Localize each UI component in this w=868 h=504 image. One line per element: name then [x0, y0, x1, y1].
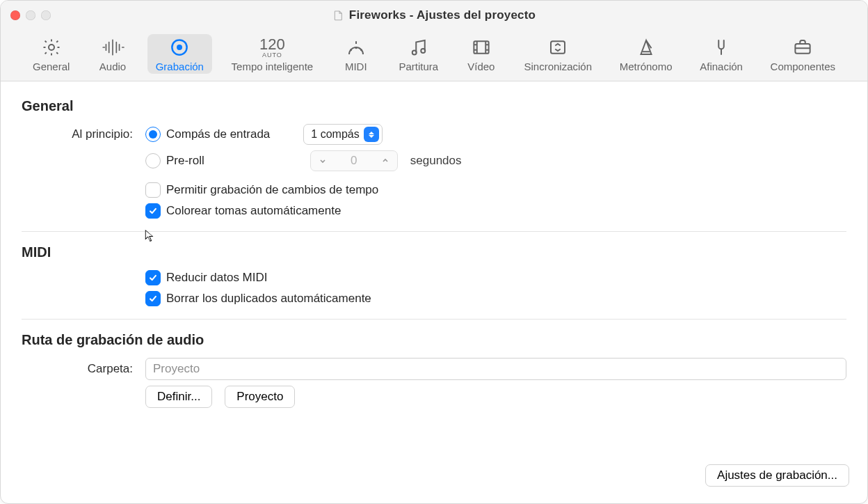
tab-label: Grabación — [156, 61, 204, 72]
waveform-icon — [101, 37, 124, 58]
allow-tempo-checkbox[interactable]: Permitir grabación de cambios de tempo — [145, 182, 378, 198]
radio-indicator — [145, 127, 161, 142]
titlebar: Fireworks - Ajustes del proyecto — [1, 1, 867, 30]
tab-video[interactable]: Vídeo — [458, 34, 505, 74]
radio-indicator — [145, 153, 161, 168]
gear-icon — [41, 37, 62, 58]
preroll-value: 0 — [335, 154, 373, 168]
preroll-seconds-stepper[interactable]: 0 — [310, 150, 398, 171]
toolbar: General Audio Grabación 120 AUTO Tempo i… — [1, 30, 867, 81]
filmstrip-icon — [471, 37, 492, 58]
svg-point-3 — [350, 49, 352, 51]
tab-midi[interactable]: MIDI — [332, 34, 380, 74]
use-project-folder-button[interactable]: Proyecto — [225, 386, 295, 408]
preroll-radio[interactable]: Pre-roll — [145, 153, 204, 168]
section-divider — [22, 319, 846, 320]
chevron-down-icon[interactable] — [311, 151, 335, 171]
window-controls — [10, 10, 51, 20]
svg-point-7 — [421, 49, 425, 53]
folder-path-value: Proyecto — [153, 362, 200, 376]
select-stepper-icon — [364, 127, 379, 142]
checkbox-indicator — [145, 270, 161, 285]
erase-duplicates-label: Borrar los duplicados automáticamente — [166, 292, 371, 306]
close-window-button[interactable] — [10, 10, 20, 20]
countin-bars-value: 1 compás — [311, 128, 359, 141]
tab-label: Sincronización — [524, 61, 592, 72]
checkbox-indicator — [145, 291, 161, 306]
set-folder-button-label: Definir... — [157, 390, 200, 404]
start-label: Al principio: — [22, 127, 133, 141]
tab-label: Tempo inteligente — [232, 61, 314, 72]
tempo-icon: 120 AUTO — [259, 37, 285, 58]
tab-label: Metrónomo — [620, 61, 673, 72]
tempo-auto: AUTO — [262, 52, 282, 58]
allow-tempo-label: Permitir grabación de cambios de tempo — [166, 183, 378, 197]
svg-point-5 — [360, 49, 362, 51]
tab-label: Vídeo — [467, 61, 495, 72]
tab-label: Partitura — [399, 61, 438, 72]
svg-point-0 — [49, 45, 54, 50]
folder-path-field[interactable]: Proyecto — [145, 358, 846, 380]
tuning-fork-icon — [711, 37, 732, 58]
sync-icon — [547, 37, 568, 58]
set-folder-button[interactable]: Definir... — [145, 386, 212, 408]
zoom-window-button[interactable] — [41, 10, 51, 20]
svg-point-6 — [412, 51, 417, 55]
section-heading-midi: MIDI — [22, 244, 846, 260]
checkbox-indicator — [145, 182, 161, 198]
countin-radio-label: Compás de entrada — [166, 127, 270, 141]
tab-label: MIDI — [345, 61, 367, 72]
midi-icon — [346, 37, 367, 58]
preroll-radio-label: Pre-roll — [166, 154, 204, 168]
window-title: Fireworks - Ajustes del proyecto — [349, 8, 536, 22]
tab-general[interactable]: General — [24, 34, 78, 74]
project-settings-window: Fireworks - Ajustes del proyecto General… — [0, 0, 868, 504]
music-note-icon — [408, 37, 429, 58]
chevron-up-icon[interactable] — [373, 151, 397, 171]
section-heading-general: General — [22, 98, 846, 114]
tab-label: Afinación — [700, 61, 743, 72]
tempo-number: 120 — [259, 37, 285, 52]
tab-recording[interactable]: Grabación — [147, 34, 212, 74]
tab-sync[interactable]: Sincronización — [515, 34, 600, 74]
auto-color-takes-checkbox[interactable]: Colorear tomas automáticamente — [145, 203, 341, 219]
tab-score[interactable]: Partitura — [390, 34, 447, 74]
tab-label: Componentes — [771, 61, 835, 72]
use-project-folder-button-label: Proyecto — [236, 390, 283, 404]
section-heading-audio-path: Ruta de grabación de audio — [22, 332, 846, 348]
record-icon — [169, 37, 190, 58]
tab-audio[interactable]: Audio — [89, 34, 136, 74]
countin-bars-select[interactable]: 1 compás — [303, 124, 382, 145]
tab-metronome[interactable]: Metrónomo — [611, 34, 681, 74]
metronome-icon — [636, 37, 657, 58]
erase-duplicates-checkbox[interactable]: Borrar los duplicados automáticamente — [145, 291, 371, 306]
reduce-midi-checkbox[interactable]: Reducir datos MIDI — [145, 270, 268, 285]
content-area: General Al principio: Compás de entrada … — [1, 81, 867, 503]
recording-settings-button-label: Ajustes de grabación... — [717, 468, 837, 482]
auto-color-takes-label: Colorear tomas automáticamente — [166, 204, 341, 218]
tab-label: Audio — [99, 61, 126, 72]
document-icon — [332, 10, 344, 21]
tab-smart-tempo[interactable]: 120 AUTO Tempo inteligente — [223, 34, 322, 74]
checkbox-indicator — [145, 203, 161, 219]
recording-settings-button[interactable]: Ajustes de grabación... — [705, 464, 849, 487]
svg-rect-8 — [474, 41, 488, 54]
svg-point-4 — [355, 47, 357, 49]
countin-radio[interactable]: Compás de entrada — [145, 127, 270, 142]
tab-label: General — [33, 61, 70, 72]
section-divider — [22, 231, 846, 232]
minimize-window-button[interactable] — [26, 10, 35, 20]
tab-tuning[interactable]: Afinación — [691, 34, 751, 74]
tab-assets[interactable]: Componentes — [762, 34, 844, 74]
folder-label: Carpeta: — [22, 362, 133, 376]
svg-point-2 — [177, 45, 182, 50]
reduce-midi-label: Reducir datos MIDI — [166, 271, 268, 285]
briefcase-icon — [792, 37, 813, 58]
preroll-unit: segundos — [410, 154, 462, 168]
